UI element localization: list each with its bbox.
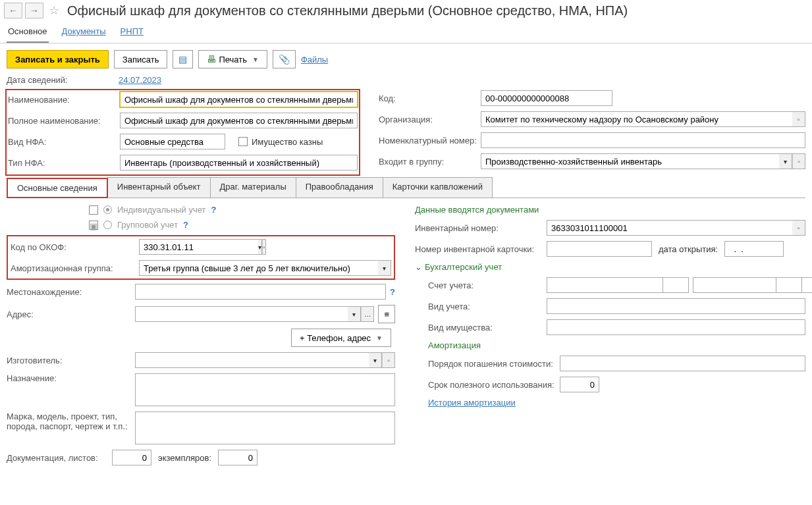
nav-tab-documents[interactable]: Документы xyxy=(61,21,107,43)
help-individual[interactable]: ? xyxy=(211,205,217,215)
back-button[interactable]: ← xyxy=(4,3,22,18)
print-button[interactable]: 🖶 Печать ▼ xyxy=(198,50,267,68)
input-location[interactable] xyxy=(135,284,386,300)
dropdown-manufacturer[interactable]: ▾ xyxy=(369,352,382,368)
radio-group[interactable] xyxy=(103,221,112,229)
chevron-down-icon: ▼ xyxy=(376,334,383,342)
input-doc-sheets[interactable] xyxy=(112,450,151,465)
input-full-name[interactable] xyxy=(120,113,358,128)
report-button[interactable]: ▤ xyxy=(173,50,193,68)
printer-icon: 🖶 xyxy=(207,54,216,65)
checkbox-treasury[interactable] xyxy=(238,137,248,146)
help-group[interactable]: ? xyxy=(183,220,188,230)
input-group[interactable] xyxy=(481,153,779,169)
filter-address-button[interactable]: ≡ xyxy=(378,305,395,323)
label-group: Входит в группу: xyxy=(379,157,481,167)
label-pay-order: Порядок погашения стоимости: xyxy=(415,359,560,369)
header-docs-entered: Данные вводятся документами xyxy=(415,205,805,215)
nav-tabs: Основное Документы РНПТ xyxy=(0,21,812,43)
row-info-date: Дата сведений: 24.07.2023 xyxy=(7,75,805,85)
input-inv-num[interactable] xyxy=(547,220,792,236)
dropdown-address[interactable]: ▾ xyxy=(348,306,361,322)
link-info-date[interactable]: 24.07.2023 xyxy=(119,75,161,85)
individual-square-icon xyxy=(89,205,98,215)
input-nomen-num[interactable] xyxy=(481,132,805,148)
subtab-rights[interactable]: Правообладания xyxy=(296,177,383,198)
header-amortization: Амортизация xyxy=(415,340,805,350)
label-documentation: Документация, листов: xyxy=(7,453,112,463)
input-account-extra1[interactable] xyxy=(663,277,689,293)
label-code: Код: xyxy=(379,93,481,103)
label-name: Наименование: xyxy=(8,95,120,105)
save-button[interactable]: Записать xyxy=(114,50,168,68)
toggle-buh-accounting[interactable]: ⌄ Бухгалтерский учет xyxy=(415,262,805,272)
open-manufacturer[interactable]: ▫ xyxy=(382,352,395,368)
input-okof[interactable] xyxy=(139,239,258,255)
label-location: Местонахождение: xyxy=(7,287,135,297)
input-org[interactable] xyxy=(481,111,792,127)
label-org: Организация: xyxy=(379,115,481,124)
open-okof[interactable]: ▫ xyxy=(262,239,266,255)
page-title: Офисный шкаф для документов со стеклянны… xyxy=(67,3,628,18)
label-purpose: Назначение: xyxy=(7,373,135,383)
nav-tab-rnpt[interactable]: РНПТ xyxy=(119,21,145,43)
subtab-inventory-object[interactable]: Инвентарный объект xyxy=(107,177,211,198)
input-doc-copies[interactable] xyxy=(218,450,257,465)
textarea-brand-model[interactable] xyxy=(135,412,395,444)
form-area: Дата сведений: 24.07.2023 Наименование: … xyxy=(0,75,812,484)
label-inv-num: Инвентарный номер: xyxy=(415,223,547,233)
chevron-down-icon: ⌄ xyxy=(415,262,422,272)
label-radio-group: Групповой учет xyxy=(117,220,178,230)
files-link[interactable]: Файлы xyxy=(301,55,328,65)
open-inv-num[interactable]: ▫ xyxy=(792,220,805,236)
input-amort-group[interactable] xyxy=(139,260,378,276)
input-acct-kind[interactable] xyxy=(547,298,805,314)
radio-group-row: ▣ Групповой учет ? xyxy=(89,220,395,230)
label-copies: экземпляров: xyxy=(158,453,211,463)
input-card-num[interactable] xyxy=(547,241,652,257)
input-nfa-kind[interactable] xyxy=(120,134,225,149)
forward-button[interactable]: → xyxy=(25,3,43,18)
label-nomen-num: Номенклатурный номер: xyxy=(379,136,481,146)
input-account-extra3[interactable] xyxy=(776,277,802,293)
input-name[interactable] xyxy=(120,92,358,107)
subtab-main-info[interactable]: Основные сведения xyxy=(7,178,108,198)
name-block-highlight: Наименование: Полное наименование: Вид Н… xyxy=(7,90,359,174)
help-location[interactable]: ? xyxy=(390,287,395,297)
print-label: Печать xyxy=(219,55,247,65)
link-amort-history[interactable]: История амортизации xyxy=(428,398,516,408)
input-address[interactable] xyxy=(135,306,348,322)
more-address[interactable]: … xyxy=(361,306,374,322)
input-manufacturer[interactable] xyxy=(135,352,369,368)
radio-individual[interactable] xyxy=(103,205,112,214)
input-nfa-type[interactable] xyxy=(120,155,358,171)
nav-tab-main[interactable]: Основное xyxy=(7,21,49,43)
input-account[interactable] xyxy=(547,277,666,293)
subtab-precious-materials[interactable]: Драг. материалы xyxy=(210,177,296,198)
toolbar: Записать и закрыть Записать ▤ 🖶 Печать ▼… xyxy=(0,43,812,75)
okof-amort-highlight: Код по ОКОФ: ▾ ▫ Амортизационная группа:… xyxy=(7,235,395,280)
input-prop-kind[interactable] xyxy=(547,319,805,335)
input-open-date[interactable] xyxy=(724,241,784,257)
input-pay-order[interactable] xyxy=(560,356,805,371)
dropdown-amort-group[interactable]: ▾ xyxy=(378,260,391,276)
save-close-button[interactable]: Записать и закрыть xyxy=(7,50,109,68)
label-amort-group: Амортизационная группа: xyxy=(11,263,139,273)
dropdown-group-button[interactable]: ▾ xyxy=(779,153,792,169)
label-info-date: Дата сведений: xyxy=(7,75,119,85)
label-account: Счет учета: xyxy=(415,280,547,290)
input-code[interactable] xyxy=(481,90,612,106)
add-contact-button[interactable]: + Телефон, адрес ▼ xyxy=(291,329,391,347)
window-header: ← → ☆ Офисный шкаф для документов со сте… xyxy=(0,0,812,21)
paperclip-icon: 📎 xyxy=(279,54,290,65)
open-org-button[interactable]: ▫ xyxy=(792,111,805,127)
favorite-star-icon[interactable]: ☆ xyxy=(46,3,62,18)
subtab-cap-cards[interactable]: Карточки капвложений xyxy=(383,177,493,198)
open-group-button[interactable]: ▫ xyxy=(792,153,805,169)
chevron-down-icon: ▼ xyxy=(252,56,259,63)
input-useful-life[interactable] xyxy=(560,377,599,392)
attach-button[interactable]: 📎 xyxy=(273,50,296,68)
label-radio-individual: Индивидуальный учет xyxy=(117,205,206,215)
label-address: Адрес: xyxy=(7,309,135,319)
textarea-purpose[interactable] xyxy=(135,373,395,406)
